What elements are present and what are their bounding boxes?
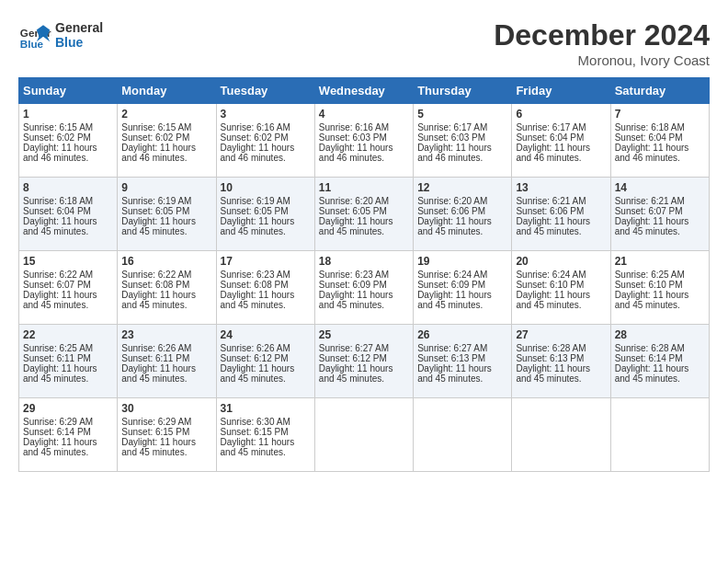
daylight: Daylight: 11 hours and 45 minutes. <box>121 363 196 384</box>
col-header-saturday: Saturday <box>610 78 709 104</box>
logo-icon: General Blue <box>18 18 51 52</box>
sunset: Sunset: 6:11 PM <box>23 353 91 363</box>
sunset: Sunset: 6:13 PM <box>417 353 485 363</box>
calendar-week-4: 22Sunrise: 6:25 AMSunset: 6:11 PMDayligh… <box>19 325 710 398</box>
calendar-week-2: 8Sunrise: 6:18 AMSunset: 6:04 PMDaylight… <box>19 178 710 251</box>
daylight: Daylight: 11 hours and 45 minutes. <box>121 437 196 457</box>
calendar-cell: 19Sunrise: 6:24 AMSunset: 6:09 PMDayligh… <box>414 251 512 325</box>
sunset: Sunset: 6:07 PM <box>615 206 683 216</box>
day-number: 17 <box>221 255 311 268</box>
calendar-cell <box>414 398 512 472</box>
calendar-cell <box>512 398 610 472</box>
logo-blue: Blue <box>55 35 103 50</box>
col-header-tuesday: Tuesday <box>216 78 314 104</box>
daylight: Daylight: 11 hours and 45 minutes. <box>319 290 393 310</box>
calendar-cell: 13Sunrise: 6:21 AMSunset: 6:06 PMDayligh… <box>512 178 610 251</box>
logo: General Blue General Blue <box>18 18 103 52</box>
day-number: 24 <box>221 328 311 341</box>
day-number: 3 <box>221 108 311 121</box>
daylight: Daylight: 11 hours and 45 minutes. <box>516 216 590 236</box>
day-number: 26 <box>417 328 507 341</box>
daylight: Daylight: 11 hours and 45 minutes. <box>221 290 295 310</box>
calendar-cell: 30Sunrise: 6:29 AMSunset: 6:15 PMDayligh… <box>118 398 216 472</box>
day-number: 18 <box>319 255 409 268</box>
calendar-cell: 12Sunrise: 6:20 AMSunset: 6:06 PMDayligh… <box>414 178 512 251</box>
day-number: 20 <box>516 255 606 268</box>
daylight: Daylight: 11 hours and 45 minutes. <box>121 216 196 236</box>
calendar-cell: 4Sunrise: 6:16 AMSunset: 6:03 PMDaylight… <box>314 104 413 178</box>
day-number: 30 <box>121 402 211 415</box>
sunrise: Sunrise: 6:27 AM <box>319 343 389 353</box>
daylight: Daylight: 11 hours and 45 minutes. <box>615 216 689 236</box>
daylight: Daylight: 11 hours and 46 minutes. <box>615 143 689 163</box>
calendar-cell: 20Sunrise: 6:24 AMSunset: 6:10 PMDayligh… <box>512 251 610 325</box>
sunrise: Sunrise: 6:30 AM <box>221 417 290 427</box>
daylight: Daylight: 11 hours and 45 minutes. <box>23 363 97 384</box>
sunrise: Sunrise: 6:22 AM <box>121 270 191 280</box>
calendar-cell: 25Sunrise: 6:27 AMSunset: 6:12 PMDayligh… <box>314 325 413 398</box>
sunset: Sunset: 6:09 PM <box>319 280 387 290</box>
calendar-cell <box>314 398 413 472</box>
calendar-cell: 24Sunrise: 6:26 AMSunset: 6:12 PMDayligh… <box>216 325 314 398</box>
sunset: Sunset: 6:07 PM <box>23 280 91 290</box>
sunrise: Sunrise: 6:26 AM <box>121 343 191 353</box>
calendar-cell: 14Sunrise: 6:21 AMSunset: 6:07 PMDayligh… <box>610 178 709 251</box>
daylight: Daylight: 11 hours and 46 minutes. <box>516 143 590 163</box>
sunset: Sunset: 6:04 PM <box>516 132 584 143</box>
sunrise: Sunrise: 6:25 AM <box>615 270 685 280</box>
sunrise: Sunrise: 6:28 AM <box>615 343 685 353</box>
sunrise: Sunrise: 6:19 AM <box>221 196 290 206</box>
sunrise: Sunrise: 6:19 AM <box>121 196 191 206</box>
calendar-cell: 29Sunrise: 6:29 AMSunset: 6:14 PMDayligh… <box>19 398 118 472</box>
daylight: Daylight: 11 hours and 46 minutes. <box>23 143 97 163</box>
daylight: Daylight: 11 hours and 45 minutes. <box>121 290 196 310</box>
day-number: 13 <box>516 181 606 194</box>
sunset: Sunset: 6:03 PM <box>319 132 387 143</box>
calendar-cell: 5Sunrise: 6:17 AMSunset: 6:03 PMDaylight… <box>414 104 512 178</box>
daylight: Daylight: 11 hours and 46 minutes. <box>121 143 196 163</box>
sunrise: Sunrise: 6:29 AM <box>121 417 191 427</box>
day-number: 4 <box>319 108 409 121</box>
sunrise: Sunrise: 6:22 AM <box>23 270 93 280</box>
calendar-cell <box>610 398 709 472</box>
day-number: 10 <box>221 181 311 194</box>
day-number: 28 <box>615 328 705 341</box>
calendar-week-1: 1Sunrise: 6:15 AMSunset: 6:02 PMDaylight… <box>19 104 710 178</box>
daylight: Daylight: 11 hours and 45 minutes. <box>516 290 590 310</box>
calendar-cell: 9Sunrise: 6:19 AMSunset: 6:05 PMDaylight… <box>118 178 216 251</box>
location: Moronou, Ivory Coast <box>494 52 710 68</box>
sunrise: Sunrise: 6:24 AM <box>516 270 586 280</box>
sunrise: Sunrise: 6:23 AM <box>221 270 290 280</box>
calendar-cell: 8Sunrise: 6:18 AMSunset: 6:04 PMDaylight… <box>19 178 118 251</box>
day-number: 2 <box>121 108 211 121</box>
calendar-cell: 16Sunrise: 6:22 AMSunset: 6:08 PMDayligh… <box>118 251 216 325</box>
day-number: 14 <box>615 181 705 194</box>
sunset: Sunset: 6:08 PM <box>121 280 189 290</box>
calendar-cell: 26Sunrise: 6:27 AMSunset: 6:13 PMDayligh… <box>414 325 512 398</box>
sunrise: Sunrise: 6:21 AM <box>516 196 586 206</box>
day-number: 1 <box>23 108 113 121</box>
col-header-thursday: Thursday <box>414 78 512 104</box>
day-number: 15 <box>23 255 113 268</box>
calendar-cell: 7Sunrise: 6:18 AMSunset: 6:04 PMDaylight… <box>610 104 709 178</box>
calendar-week-3: 15Sunrise: 6:22 AMSunset: 6:07 PMDayligh… <box>19 251 710 325</box>
calendar-cell: 10Sunrise: 6:19 AMSunset: 6:05 PMDayligh… <box>216 178 314 251</box>
day-number: 7 <box>615 108 705 121</box>
sunrise: Sunrise: 6:25 AM <box>23 343 93 353</box>
daylight: Daylight: 11 hours and 45 minutes. <box>23 437 97 457</box>
sunrise: Sunrise: 6:23 AM <box>319 270 389 280</box>
day-number: 5 <box>417 108 507 121</box>
sunset: Sunset: 6:05 PM <box>221 206 289 216</box>
daylight: Daylight: 11 hours and 45 minutes. <box>23 216 97 236</box>
sunrise: Sunrise: 6:15 AM <box>23 122 93 132</box>
sunrise: Sunrise: 6:15 AM <box>121 122 191 132</box>
sunset: Sunset: 6:10 PM <box>516 280 584 290</box>
day-number: 8 <box>23 181 113 194</box>
daylight: Daylight: 11 hours and 45 minutes. <box>319 363 393 384</box>
sunset: Sunset: 6:04 PM <box>23 206 91 216</box>
sunset: Sunset: 6:03 PM <box>417 132 485 143</box>
sunrise: Sunrise: 6:29 AM <box>23 417 93 427</box>
title-block: December 2024 Moronou, Ivory Coast <box>494 18 710 68</box>
daylight: Daylight: 11 hours and 45 minutes. <box>319 216 393 236</box>
sunset: Sunset: 6:13 PM <box>516 353 584 363</box>
